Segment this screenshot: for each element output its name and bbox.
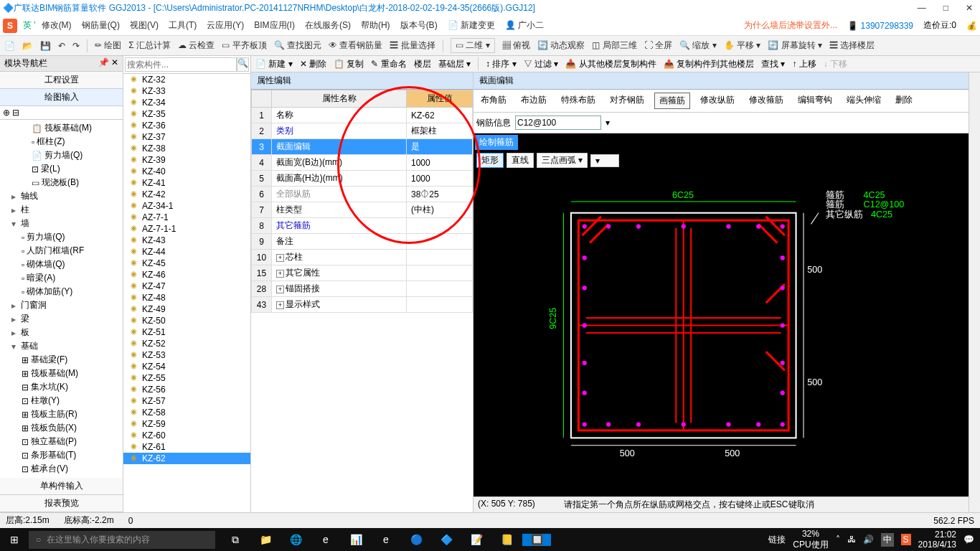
find-button[interactable]: 查找 ▾ xyxy=(761,58,785,70)
draw-rect-button[interactable]: 矩形 xyxy=(476,153,504,168)
component-item[interactable]: KZ-50 xyxy=(123,315,250,326)
search-input[interactable] xyxy=(125,57,237,72)
section-tab[interactable]: 删除 xyxy=(891,93,917,109)
maximize-button[interactable]: □ xyxy=(939,3,953,13)
tree-item[interactable]: ▫人防门框墙(RF xyxy=(1,244,121,258)
menu-tools[interactable]: 工具(T) xyxy=(169,19,197,32)
section-tab[interactable]: 修改纵筋 xyxy=(696,93,739,109)
zoom-button[interactable]: 🔍 缩放 ▾ xyxy=(679,39,717,52)
task-view-icon[interactable]: ⧉ xyxy=(221,534,250,546)
property-row[interactable]: 8其它箍筋 xyxy=(252,218,473,234)
tray-clock[interactable]: 21:02 2018/4/13 xyxy=(918,529,956,550)
app-icon-4[interactable]: 📊 xyxy=(341,534,370,546)
component-item[interactable]: AZ-7-1 xyxy=(123,212,250,223)
menu-help[interactable]: 帮助(H) xyxy=(361,19,390,32)
app-icon-1[interactable]: 📁 xyxy=(251,534,280,546)
draw-button[interactable]: ✏ 绘图 xyxy=(95,39,121,52)
component-item[interactable]: KZ-48 xyxy=(123,292,250,303)
tree-item[interactable]: ▫砌体墙(Q) xyxy=(1,258,121,271)
batch-select-button[interactable]: ☰ 批量选择 xyxy=(390,39,435,52)
component-item[interactable]: KZ-46 xyxy=(123,269,250,281)
tree-item[interactable]: ▭现浇板(B) xyxy=(1,176,121,189)
menu-rebar-qty[interactable]: 钢筋量(Q) xyxy=(82,19,120,32)
redo-icon[interactable]: ↷ xyxy=(72,41,80,51)
tree-item[interactable]: ▾基础 xyxy=(1,339,121,353)
component-item[interactable]: KZ-40 xyxy=(123,166,250,177)
find-elem-button[interactable]: 🔍 查找图元 xyxy=(274,39,321,52)
ime-sogou-icon[interactable]: S xyxy=(3,19,17,33)
tab-single-component[interactable]: 单构件输入 xyxy=(0,478,123,495)
new-change-button[interactable]: 📄 新建变更 xyxy=(448,19,495,32)
menu-view[interactable]: 视图(V) xyxy=(130,19,159,32)
tab-report-preview[interactable]: 报表预览 xyxy=(0,495,123,512)
tree-item[interactable]: ▸轴线 xyxy=(1,189,121,203)
section-tab[interactable]: 画箍筋 xyxy=(654,93,690,109)
property-row[interactable]: 2类别框架柱 xyxy=(252,123,473,139)
component-item[interactable]: KZ-37 xyxy=(123,131,250,143)
property-row[interactable]: 1名称KZ-62 xyxy=(252,108,473,123)
property-row[interactable]: 5截面高(H边)(mm)1000 xyxy=(252,171,473,187)
component-item[interactable]: KZ-42 xyxy=(123,189,250,200)
minimize-button[interactable]: — xyxy=(913,3,930,13)
tree-item[interactable]: 📋筏板基础(M) xyxy=(1,121,121,135)
tree-item[interactable]: ▾墙 xyxy=(1,217,121,230)
menu-online[interactable]: 在线服务(S) xyxy=(305,19,351,32)
section-tab[interactable]: 特殊布筋 xyxy=(557,93,600,109)
local-3d-button[interactable]: ◫ 局部三维 xyxy=(592,39,636,52)
fullscreen-button[interactable]: ⛶ 全屏 xyxy=(644,39,672,52)
tree-item[interactable]: ⊞筏板负筋(X) xyxy=(1,421,121,435)
tree-item[interactable]: ▫砌体加筋(Y) xyxy=(1,285,121,298)
coin-icon[interactable]: 💰 xyxy=(966,21,977,31)
rebar-info-input[interactable] xyxy=(515,116,601,130)
draw-arc-button[interactable]: 三点画弧 ▾ xyxy=(537,153,588,168)
tree-item[interactable]: ▫剪力墙(Q) xyxy=(1,230,121,244)
component-item[interactable]: KZ-54 xyxy=(123,361,250,372)
tree-item[interactable]: ▸门窗洞 xyxy=(1,298,121,312)
app-icon-6[interactable]: 🔵 xyxy=(402,534,430,546)
property-row[interactable]: 3截面编辑是 xyxy=(252,139,473,155)
notice-link[interactable]: 为什么墙后浇带设置外... xyxy=(744,19,837,32)
phone-label[interactable]: 📱 13907298339 xyxy=(847,21,913,31)
tree-toolbar-icon2[interactable]: ⊟ xyxy=(12,108,19,118)
component-item[interactable]: AZ-34-1 xyxy=(123,200,250,212)
component-item[interactable]: KZ-49 xyxy=(123,303,250,315)
tree-item[interactable]: ▫暗梁(A) xyxy=(1,271,121,285)
app-icon-10[interactable]: 🔲 xyxy=(522,534,551,546)
property-row[interactable]: 4截面宽(B边)(mm)1000 xyxy=(252,155,473,171)
tree-toolbar-icon[interactable]: ⊕ xyxy=(3,108,10,118)
start-button[interactable]: ⊞ xyxy=(0,534,29,545)
tree-item[interactable]: ⊡条形基础(T) xyxy=(1,448,121,462)
filter-button[interactable]: ▽ 过滤 ▾ xyxy=(524,58,559,70)
component-item[interactable]: KZ-53 xyxy=(123,349,250,361)
tab-project-settings[interactable]: 工程设置 xyxy=(0,72,123,89)
undo-icon[interactable]: ↶ xyxy=(58,41,65,51)
tray-up-icon[interactable]: ˄ xyxy=(836,534,840,545)
base-floor-dropdown[interactable]: 基础层 ▾ xyxy=(438,58,471,70)
tree-item[interactable]: ⊡梁(L) xyxy=(1,162,121,176)
component-item[interactable]: KZ-59 xyxy=(123,418,250,430)
pin-icon[interactable]: 📌 ✕ xyxy=(98,57,118,70)
draw-line-button[interactable]: 直线 xyxy=(507,153,534,168)
tree-item[interactable]: ⊟集水坑(K) xyxy=(1,380,121,394)
tree-item[interactable]: ⊞筏板主筋(R) xyxy=(1,408,121,421)
open-icon[interactable]: 📂 xyxy=(22,41,33,51)
section-canvas[interactable]: 6C25 9C25 500 500 500 500 箍筋 4C25 箍筋 xyxy=(473,169,969,496)
component-item[interactable]: KZ-51 xyxy=(123,326,250,338)
tray-sogou-icon[interactable]: S xyxy=(901,534,911,545)
floor-dropdown[interactable]: 楼层 xyxy=(414,58,431,70)
component-item[interactable]: KZ-45 xyxy=(123,258,250,269)
move-down-button[interactable]: ↓ 下移 xyxy=(824,58,847,70)
sum-button[interactable]: Σ 汇总计算 xyxy=(128,39,171,52)
component-item[interactable]: KZ-61 xyxy=(123,441,250,453)
component-item[interactable]: KZ-58 xyxy=(123,407,250,418)
app-icon-5[interactable]: e xyxy=(372,534,400,546)
component-item[interactable]: KZ-52 xyxy=(123,338,250,349)
section-tab[interactable]: 端头伸缩 xyxy=(842,93,885,109)
section-tab[interactable]: 布边筋 xyxy=(517,93,551,109)
section-tab[interactable]: 修改箍筋 xyxy=(745,93,788,109)
component-item[interactable]: KZ-41 xyxy=(123,177,250,189)
component-item[interactable]: KZ-33 xyxy=(123,85,250,97)
component-item[interactable]: KZ-56 xyxy=(123,384,250,395)
mode-2d-dropdown[interactable]: ▭ 二维 ▾ xyxy=(451,38,495,53)
tree-item[interactable]: ▸柱 xyxy=(1,203,121,217)
